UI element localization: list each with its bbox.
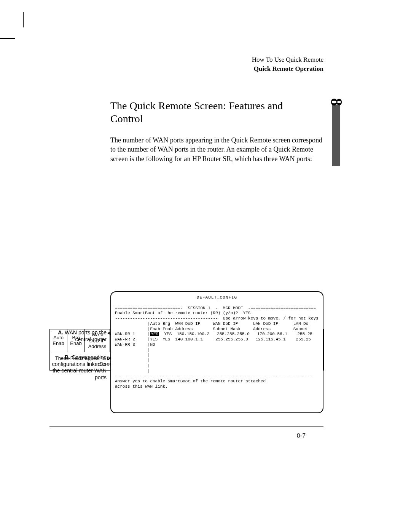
intro-paragraph: The number of WAN ports appearing in the… bbox=[110, 136, 323, 163]
header-line2: Quick Remote Operation bbox=[72, 65, 323, 73]
section-title: The Quick Remote Screen: Features and Co… bbox=[110, 99, 289, 125]
callout-b: B. Corresponding configurations linked t… bbox=[49, 354, 107, 381]
figure-8-3: A. WAN ports on the central router B. Co… bbox=[49, 291, 335, 301]
page-number: 8-7 bbox=[297, 432, 306, 439]
terminal-row: WAN-RR 2 |YES YES 140.100.1.1 255.255.25… bbox=[115, 337, 319, 342]
footer-rule bbox=[49, 427, 323, 427]
terminal-screenshot: DEFAULT_CONFIG =========================… bbox=[110, 291, 323, 413]
running-header: How To Use Quick Remote Quick Remote Ope… bbox=[72, 56, 323, 73]
header-line1: How To Use Quick Remote bbox=[72, 56, 323, 64]
terminal-row: WAN-RR 3 |NO bbox=[115, 342, 319, 348]
terminal-row: WAN-RR 1 |YES YES 150.150.100.2 255.255.… bbox=[115, 332, 319, 337]
callout-a: A. WAN ports on the central router bbox=[49, 329, 107, 343]
